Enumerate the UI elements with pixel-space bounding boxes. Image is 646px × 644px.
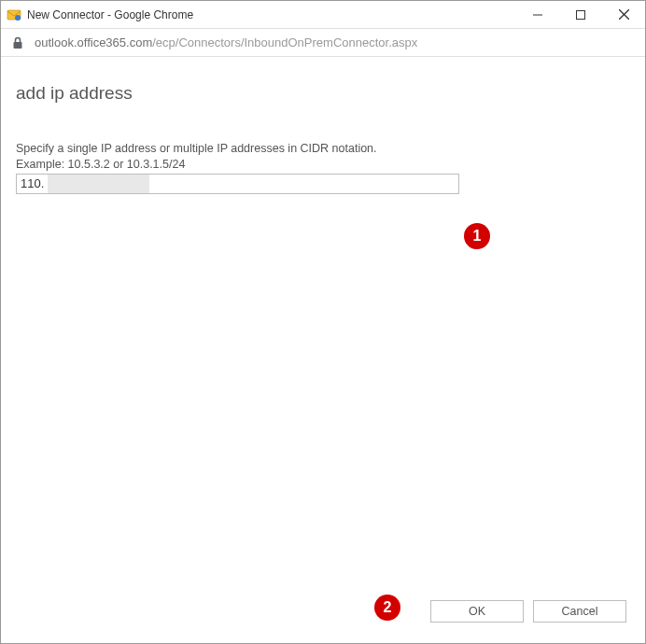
ip-input-row bbox=[16, 174, 630, 194]
ip-address-input[interactable] bbox=[16, 174, 459, 194]
content-area: add ip address Specify a single IP addre… bbox=[1, 57, 645, 643]
annotation-2: 2 bbox=[374, 595, 400, 621]
window-titlebar: New Connector - Google Chrome bbox=[1, 1, 645, 29]
url-host: outlook.office365.com bbox=[35, 35, 152, 49]
window-controls bbox=[516, 1, 645, 29]
url-path: /ecp/Connectors/InboundOnPremConnector.a… bbox=[152, 35, 417, 49]
example-text: Example: 10.5.3.2 or 10.3.1.5/24 bbox=[16, 158, 630, 171]
svg-rect-6 bbox=[14, 42, 22, 49]
ok-button[interactable]: OK bbox=[430, 600, 524, 623]
window-title: New Connector - Google Chrome bbox=[27, 8, 516, 21]
svg-rect-3 bbox=[577, 10, 585, 19]
svg-point-1 bbox=[15, 15, 21, 21]
address-bar[interactable]: outlook.office365.com/ecp/Connectors/Inb… bbox=[1, 29, 645, 57]
annotation-1: 1 bbox=[464, 223, 490, 249]
dialog-buttons: OK Cancel bbox=[430, 600, 626, 623]
minimize-button[interactable] bbox=[516, 1, 559, 29]
lock-icon bbox=[12, 36, 25, 49]
app-icon bbox=[7, 7, 21, 22]
maximize-button[interactable] bbox=[559, 1, 602, 29]
instruction-text: Specify a single IP address or multiple … bbox=[16, 141, 630, 158]
page-title: add ip address bbox=[16, 83, 630, 104]
cancel-button[interactable]: Cancel bbox=[533, 600, 626, 623]
close-button[interactable] bbox=[602, 1, 645, 29]
